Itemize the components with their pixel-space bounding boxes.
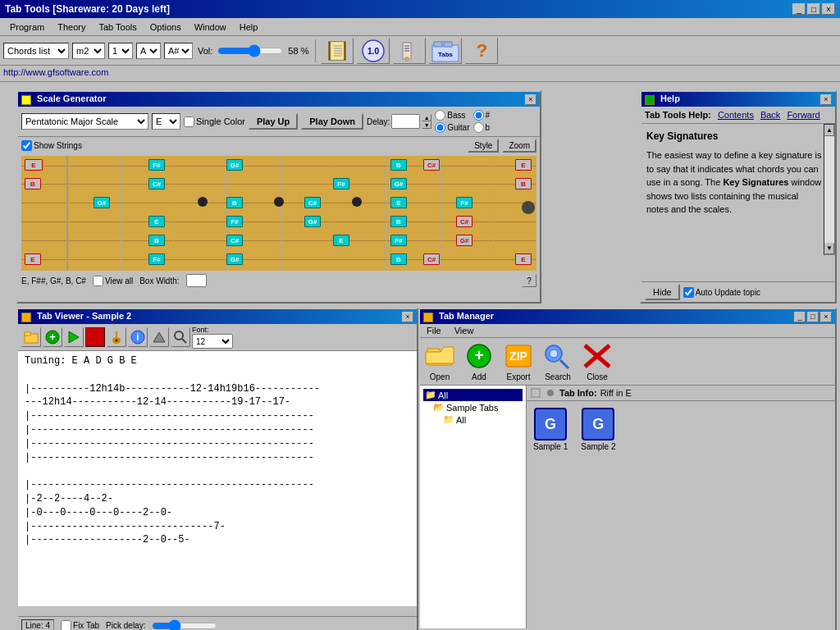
tab-guitar-button[interactable] [107,327,126,347]
tab-icon-button[interactable]: 1.0 [357,38,390,64]
scale-generator-titlebar: Scale Generator × [18,92,540,107]
guitar-radio-label[interactable]: Guitar [435,122,469,133]
tab-viewer-toolbar: + i [18,324,417,351]
bass-radio[interactable] [435,110,445,121]
single-color-checkbox[interactable] [184,116,194,127]
pick-delay-slider[interactable] [152,620,217,631]
delay-arrows: ▲ ▼ [422,114,431,129]
view-all-checkbox[interactable] [93,276,103,286]
tab-scroll-up-button[interactable] [149,327,169,347]
contents-link[interactable]: Contents [718,110,754,120]
edit-icon-button[interactable] [393,38,426,64]
tab-search-button[interactable] [171,327,190,347]
key-select[interactable]: E [152,113,180,130]
tm-menu-file[interactable]: File [423,326,445,336]
style-button[interactable]: Style [468,139,499,153]
tm-add-button[interactable]: + Add [463,341,495,381]
fretboard-help-button[interactable]: ? [522,274,536,287]
tab-info-button[interactable]: i [128,327,148,347]
help-icon-button[interactable]: ? [465,38,498,64]
a-select[interactable]: A [136,43,161,59]
tab-manager-maximize-button[interactable]: □ [807,312,819,322]
tab-add-button[interactable]: + [43,327,62,347]
menu-options[interactable]: Options [144,21,188,34]
tm-right-panel: Tab Info: Riff in E G Sample 1 G Sample … [527,386,835,628]
fret-5 [333,156,334,271]
auto-update-label[interactable]: Auto Update topic [683,287,761,298]
menu-window[interactable]: Window [188,21,233,34]
play-down-button[interactable]: Play Down [301,113,363,130]
close-button[interactable]: × [822,3,835,15]
tab-line-12: |-------------------2--0--5- [25,533,410,547]
tree-sample-tabs-item[interactable]: 📂 Sample Tabs [423,401,523,413]
zoom-button[interactable]: Zoom [502,139,536,153]
chords-list-select[interactable]: Chords list [3,43,69,59]
tab-play-button[interactable] [64,327,84,347]
single-color-checkbox-label[interactable]: Single Color [184,116,245,127]
tm-menu-view[interactable]: View [451,326,477,336]
menu-theory[interactable]: Theory [51,21,92,34]
font-size-select[interactable]: 12 [192,334,233,349]
tab-folder-button[interactable] [21,327,41,347]
bass-radio-label[interactable]: Bass [435,110,469,121]
tabs-icon-button[interactable]: Tabs [429,38,462,64]
string-1 [21,166,536,167]
flat-radio[interactable] [473,122,484,133]
tm-file-icon-2: G [582,408,614,441]
delay-input[interactable]: 200 [391,114,420,129]
flat-radio-label[interactable]: b [473,122,491,133]
scale-gen-close-button[interactable]: × [525,94,536,105]
sharp-radio-label[interactable]: # [473,110,491,121]
help-close-button[interactable]: × [820,94,832,105]
maximize-button[interactable]: □ [807,3,820,15]
help-scrollbar[interactable]: ▲ ▼ [824,124,835,255]
tm-file-sample2[interactable]: G Sample 2 [581,408,615,451]
asharp-select[interactable]: A# [164,43,193,59]
guitar-radio[interactable] [435,122,445,133]
back-link[interactable]: Back [760,110,780,120]
menu-tab-tools[interactable]: Tab Tools [92,21,143,34]
sharp-radio[interactable] [473,110,484,121]
play-up-button[interactable]: Play Up [249,113,298,130]
tab-manager-close-button[interactable]: × [820,312,832,322]
auto-update-checkbox[interactable] [683,287,694,298]
book-icon-button[interactable] [321,38,354,64]
tree-all-icon: 📁 [425,390,436,400]
menu-help[interactable]: Help [233,21,265,34]
fix-tab-checkbox[interactable] [61,620,71,630]
help-label: Tab Tools Help: [645,110,711,120]
tab-stop-button[interactable] [85,327,105,347]
help-icon [645,95,655,105]
show-strings-checkbox[interactable] [21,140,32,151]
box-width-input[interactable]: 4 [186,274,207,287]
tab-manager-minimize-button[interactable]: _ [794,312,806,322]
tm-file-sample1[interactable]: G Sample 1 [533,408,568,451]
note-b4: B [390,216,407,227]
tree-all-item[interactable]: 📁 All [423,389,523,401]
tm-info-bar: Tab Info: Riff in E [527,386,835,401]
hide-button[interactable]: Hide [645,284,680,300]
fix-tab-label[interactable]: Fix Tab [61,620,99,630]
tm-export-button[interactable]: ZIP Export [502,341,535,381]
scroll-up-button[interactable]: ▲ [824,125,834,136]
show-strings-label[interactable]: Show Strings [21,140,82,151]
tab-viewer-close-button[interactable]: × [402,312,413,322]
tree-all-sub-item[interactable]: 📁 All [423,413,523,426]
m2-select[interactable]: m2 [72,43,105,59]
tab-line-2: ---12h14-----------12-14-----------19-17… [25,395,410,409]
delay-down-arrow[interactable]: ▼ [422,121,431,129]
tm-close-button[interactable]: Close [581,341,614,381]
one-select[interactable]: 1 [108,43,133,59]
tm-search-button[interactable]: Search [541,341,574,381]
forward-link[interactable]: Forward [787,110,819,120]
view-all-label[interactable]: View all [93,276,133,286]
scale-select[interactable]: Pentatonic Major Scale [21,113,148,130]
scroll-down-button[interactable]: ▼ [824,243,834,254]
title-bar: Tab Tools [Shareware: 20 Days left] _ □ … [0,0,840,18]
menu-program[interactable]: Program [3,21,51,34]
vol-label: Vol: [198,46,212,56]
minimize-button[interactable]: _ [792,3,806,15]
delay-up-arrow[interactable]: ▲ [422,114,431,121]
tm-open-button[interactable]: Open [423,341,456,381]
volume-slider[interactable] [217,44,283,57]
